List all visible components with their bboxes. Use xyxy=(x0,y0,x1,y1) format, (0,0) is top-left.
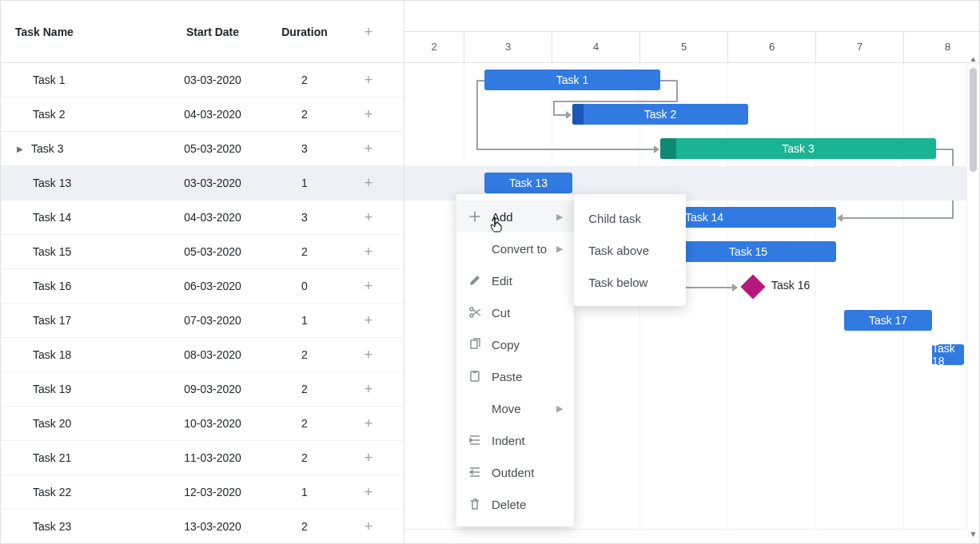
grid-header: Task Name Start Date Duration + xyxy=(1,1,404,63)
day-header[interactable]: 3 xyxy=(464,32,552,63)
add-task-button[interactable]: + xyxy=(345,107,392,121)
table-row[interactable]: Task 2111-03-20202+ xyxy=(1,441,404,475)
expand-icon[interactable]: ▶ xyxy=(17,145,26,153)
svg-point-0 xyxy=(470,308,473,311)
start-date-cell: 05-03-2020 xyxy=(161,142,265,155)
start-date-cell: 06-03-2020 xyxy=(161,280,265,292)
gantt-bar[interactable]: Task 3 xyxy=(660,138,936,159)
table-row[interactable]: ▶Task 305-03-20203+ xyxy=(1,132,404,166)
table-row[interactable]: Task 204-03-20202+ xyxy=(1,97,404,132)
task-name: Task 2 xyxy=(33,108,65,121)
add-task-button[interactable]: + xyxy=(345,279,392,293)
task-name-cell: Task 19 xyxy=(1,383,161,395)
bar-label: Task 13 xyxy=(509,177,548,189)
vertical-scrollbar[interactable]: ▲ ▼ xyxy=(966,63,979,529)
table-row[interactable]: Task 1808-03-20202+ xyxy=(1,338,404,372)
plus-icon: + xyxy=(365,347,373,362)
gantt-container: Task Name Start Date Duration + Task 103… xyxy=(0,0,980,544)
context-menu-item-outdent[interactable]: Outdent xyxy=(456,456,574,488)
gantt-bar[interactable]: Task 13 xyxy=(484,173,572,193)
gantt-bar[interactable]: Task 1 xyxy=(484,69,660,90)
add-task-button[interactable]: + xyxy=(345,382,392,396)
gantt-bar[interactable]: Task 15 xyxy=(660,241,836,262)
start-date-cell: 03-03-2020 xyxy=(161,73,265,86)
task-name-cell: Task 22 xyxy=(1,486,161,498)
context-menu-item-indent[interactable]: Indent xyxy=(456,424,574,456)
add-task-button[interactable]: + xyxy=(345,519,392,534)
horizontal-scrollbar[interactable] xyxy=(404,529,966,543)
context-menu-item-add[interactable]: Add▶Child taskTask aboveTask below xyxy=(456,201,574,232)
table-row[interactable]: Task 103-03-20202+ xyxy=(1,63,404,97)
task-name: Task 14 xyxy=(33,211,71,224)
plus-icon: + xyxy=(365,25,373,39)
task-name-cell: Task 20 xyxy=(1,417,161,430)
task-name: Task 19 xyxy=(33,383,71,395)
add-task-button[interactable]: + xyxy=(345,485,392,499)
start-date-cell: 12-03-2020 xyxy=(161,486,265,498)
context-menu-item-edit[interactable]: Edit xyxy=(456,264,574,296)
add-task-button[interactable]: + xyxy=(345,176,392,190)
plus-icon xyxy=(468,209,482,224)
add-task-button[interactable]: + xyxy=(345,451,392,465)
duration-cell: 3 xyxy=(265,211,345,224)
gantt-bar[interactable]: Task 17 xyxy=(844,310,932,331)
scroll-up-arrow[interactable]: ▲ xyxy=(967,52,979,65)
submenu-item-task-below[interactable]: Task below xyxy=(574,266,686,298)
gantt-bar[interactable]: Task 2 xyxy=(572,104,748,125)
context-menu-item-paste[interactable]: Paste xyxy=(456,360,574,392)
day-header[interactable]: 4 xyxy=(552,32,639,63)
add-task-button[interactable]: + xyxy=(345,244,392,259)
context-menu-item-copy[interactable]: Copy xyxy=(456,328,574,360)
task-name-cell: Task 1 xyxy=(1,73,161,86)
day-header[interactable]: 2 xyxy=(404,32,464,63)
submenu-item-task-above[interactable]: Task above xyxy=(574,234,686,266)
context-menu-item-delete[interactable]: Delete xyxy=(456,488,574,520)
cursor-pointer-icon xyxy=(490,216,504,233)
context-submenu: Child taskTask aboveTask below xyxy=(574,194,686,306)
column-header-duration[interactable]: Duration xyxy=(265,26,345,38)
duration-cell: 3 xyxy=(265,142,345,155)
context-menu-label: Convert to xyxy=(492,242,547,256)
add-task-button[interactable]: + xyxy=(345,313,392,328)
add-task-button[interactable]: + xyxy=(345,416,392,431)
scroll-down-arrow[interactable]: ▼ xyxy=(967,527,979,540)
task-name-cell: Task 21 xyxy=(1,451,161,464)
table-row[interactable]: Task 1505-03-20202+ xyxy=(1,235,404,269)
column-header-start[interactable]: Start Date xyxy=(161,26,265,38)
start-date-cell: 05-03-2020 xyxy=(161,245,265,258)
plus-icon: + xyxy=(365,485,373,499)
plus-icon: + xyxy=(365,382,373,396)
table-row[interactable]: Task 1404-03-20203+ xyxy=(1,201,404,235)
column-header-task[interactable]: Task Name xyxy=(1,26,161,38)
task-grid: Task Name Start Date Duration + Task 103… xyxy=(1,1,404,543)
svg-rect-2 xyxy=(471,340,477,348)
add-task-button[interactable]: + xyxy=(345,210,392,224)
table-row[interactable]: Task 1707-03-20201+ xyxy=(1,304,404,338)
start-date-cell: 04-03-2020 xyxy=(161,108,265,121)
table-row[interactable]: Task 1909-03-20202+ xyxy=(1,372,404,407)
add-task-button[interactable]: + xyxy=(345,347,392,362)
table-row[interactable]: Task 2212-03-20201+ xyxy=(1,475,404,510)
add-task-button[interactable]: + xyxy=(345,73,392,87)
gantt-bar[interactable]: Task 18 xyxy=(932,344,964,365)
day-header[interactable]: 7 xyxy=(815,32,903,63)
scrollbar-thumb[interactable] xyxy=(970,68,977,172)
day-header[interactable]: 5 xyxy=(639,32,727,63)
table-row[interactable]: Task 1303-03-20201+ xyxy=(1,166,404,201)
submenu-item-child-task[interactable]: Child task xyxy=(574,202,686,234)
table-row[interactable]: Task 1606-03-20200+ xyxy=(1,269,404,304)
table-row[interactable]: Task 2313-03-20202+ xyxy=(1,510,404,543)
paste-icon xyxy=(468,369,482,383)
day-header[interactable]: 6 xyxy=(727,32,815,63)
context-menu-item-move[interactable]: Move▶ xyxy=(456,392,574,424)
plus-icon: + xyxy=(365,519,373,534)
table-row[interactable]: Task 2010-03-20202+ xyxy=(1,407,404,441)
add-task-button[interactable]: + xyxy=(345,141,392,156)
progress-indicator xyxy=(660,138,676,159)
column-header-add[interactable]: + xyxy=(345,25,392,39)
context-menu-item-cut[interactable]: Cut xyxy=(456,296,574,328)
context-menu-label: Indent xyxy=(492,434,563,447)
pencil-icon xyxy=(468,273,482,288)
task-name-cell: Task 14 xyxy=(1,211,161,224)
context-menu-item-convert-to[interactable]: Convert to▶ xyxy=(456,232,574,264)
